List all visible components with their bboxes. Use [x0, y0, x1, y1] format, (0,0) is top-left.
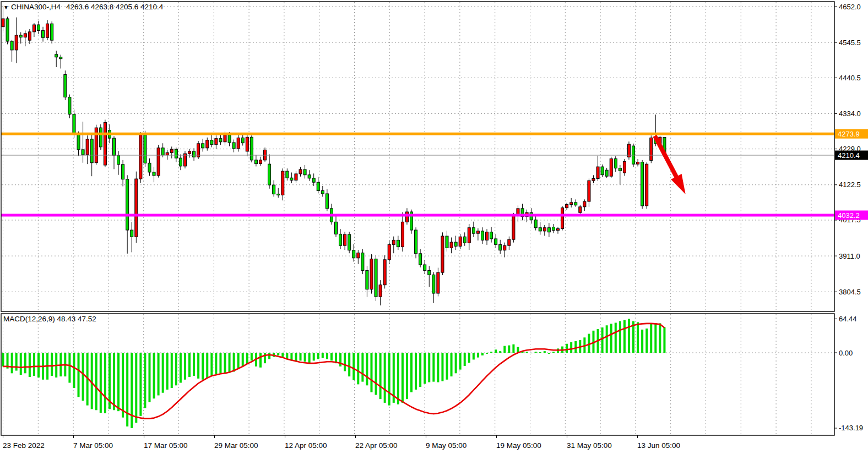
- svg-text:22 Apr 05:00: 22 Apr 05:00: [355, 441, 398, 450]
- svg-text:4032.2: 4032.2: [838, 211, 860, 220]
- svg-text:7 Mar 05:00: 7 Mar 05:00: [73, 441, 113, 450]
- svg-text:4334.0: 4334.0: [839, 110, 861, 118]
- price-tags: 4273.94032.24210.4: [835, 129, 868, 220]
- symbol-dropdown-icon[interactable]: ▼: [3, 4, 9, 10]
- svg-text:31 May 05:00: 31 May 05:00: [567, 441, 612, 450]
- macd-indicator-label: MACD(12,26,9) 48.43 47.52: [3, 315, 96, 323]
- svg-text:29 Mar 05:00: 29 Mar 05:00: [214, 441, 258, 450]
- ohlc-readout: 4263.6 4263.8 4205.6 4210.4: [66, 3, 163, 11]
- svg-text:13 Jun 05:00: 13 Jun 05:00: [637, 441, 680, 450]
- svg-text:0.00: 0.00: [839, 349, 853, 357]
- svg-text:4210.4: 4210.4: [838, 151, 860, 160]
- trading-chart-window[interactable]: 4652.04545.54440.54334.04229.04122.54017…: [0, 0, 868, 454]
- chart-title: ▼CHINA300-,H44263.6 4263.8 4205.6 4210.4: [3, 3, 163, 11]
- svg-text:3804.5: 3804.5: [839, 288, 861, 296]
- time-axis: 23 Feb 20227 Mar 05:0017 Mar 05:0029 Mar…: [3, 435, 680, 450]
- svg-text:3911.0: 3911.0: [839, 252, 860, 260]
- candlestick-series: [2, 7, 666, 305]
- svg-text:4440.5: 4440.5: [839, 74, 861, 82]
- chart-canvas[interactable]: 4652.04545.54440.54334.04229.04122.54017…: [0, 0, 868, 454]
- svg-text:12 Apr 05:00: 12 Apr 05:00: [285, 441, 327, 450]
- svg-text:4652.0: 4652.0: [839, 3, 861, 11]
- macd-histogram: [2, 319, 666, 428]
- svg-text:4545.5: 4545.5: [839, 39, 861, 47]
- svg-text:23 Feb 2022: 23 Feb 2022: [3, 441, 45, 450]
- svg-text:64.44: 64.44: [839, 315, 857, 323]
- svg-text:9 May 05:00: 9 May 05:00: [426, 441, 466, 450]
- svg-text:4122.5: 4122.5: [839, 180, 861, 189]
- svg-text:17 Mar 05:00: 17 Mar 05:00: [144, 441, 188, 450]
- sell-signal-arrow: [655, 136, 686, 194]
- svg-text:-143.19: -143.19: [839, 424, 863, 432]
- symbol-period-label: CHINA300-,H4: [11, 3, 61, 11]
- svg-text:19 May 05:00: 19 May 05:00: [496, 441, 541, 450]
- svg-text:4273.9: 4273.9: [838, 130, 860, 138]
